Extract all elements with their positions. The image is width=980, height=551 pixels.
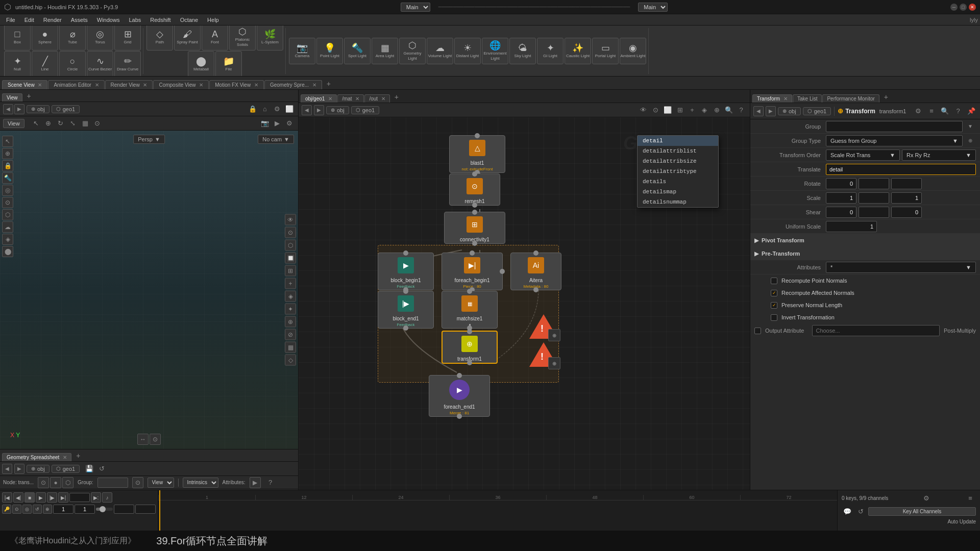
node-block-begin1[interactable]: ▶ block_begin1 Feedback [378,253,434,290]
ng-back-btn[interactable]: ◀ [302,105,312,115]
spreadsheet-tab-close[interactable]: ✕ [63,455,67,460]
tab-geometry-spreadsheet-bottom[interactable]: Geometry Spreadsheet ✕ [2,453,71,461]
output-attr-input[interactable] [812,325,940,336]
vp-tool-10[interactable]: ⊘ [285,329,296,340]
prop-rotate-x[interactable] [826,178,856,189]
ng-path-obj[interactable]: ⊕ obj [326,106,349,114]
sp-reload-btn[interactable]: ↺ [96,463,107,474]
ac-item-detailattribtype[interactable]: detailattribtype [638,166,718,177]
rp-help-icon[interactable]: ? [952,106,964,117]
tool-portal-light[interactable]: ▭Portal Light [592,38,619,64]
vp-tool-4[interactable]: 🔲 [285,253,296,264]
recompute-point-normals-checkbox[interactable] [771,278,777,284]
ng-tab-geo1-close[interactable]: ✕ [328,96,332,102]
node-connectivity1-output[interactable] [472,241,477,246]
snap-btn-2[interactable]: ⊙ [150,434,161,445]
menu-labs[interactable]: Labs [125,16,145,24]
tool-environment-light[interactable]: 🌐Environment Light [482,38,508,64]
rp-pin-icon[interactable]: 📌 [966,106,977,117]
vpl-tool-9[interactable]: ◈ [2,234,13,245]
node-block-end1-output[interactable] [403,325,408,331]
tl-slider-thumb[interactable] [100,506,106,512]
autocomplete-dropdown[interactable]: detail detailattriblist detailattribsize… [637,135,719,208]
node-connectivity1[interactable]: ⊞ connectivity1 [444,212,505,244]
tab-scene-view[interactable]: Scene View ✕ [2,80,47,89]
ac-item-detail[interactable]: detail [638,136,718,146]
viewport-move-tool[interactable]: ⊕ [43,118,54,129]
viewport-render-icon[interactable]: ▶ [272,118,283,129]
tl-misc1-btn[interactable]: ◎ [22,505,32,514]
viewport-settings-btn[interactable]: ⚙ [272,104,283,115]
viewport-frame-tool[interactable]: ▦ [80,118,91,129]
tab-animation-editor[interactable]: Animation Editor ✕ [48,80,104,89]
tool-path[interactable]: ◇Path [146,26,173,51]
group-input[interactable] [97,478,128,488]
tool-spray-paint[interactable]: 🖌Spray Paint [174,26,201,51]
node-aitera-input[interactable] [533,251,538,256]
close-button[interactable]: ✕ [969,4,976,11]
tl-end-btn[interactable]: ▶| [58,492,68,503]
tool-geometry-light[interactable]: ⬡Geometry Light [399,38,426,64]
tool-torus[interactable]: ◎Torus [87,26,113,51]
node-matchsize1-input[interactable] [467,289,472,294]
node-foreach-begin1-right[interactable] [500,269,505,274]
tl-settings-btn[interactable]: ⚙ [921,492,932,504]
rp-back-btn[interactable]: ◀ [753,106,764,116]
rp-tab-transform-close[interactable]: ✕ [783,96,788,102]
vp-tool-11[interactable]: ▦ [285,342,296,353]
ng-icon3[interactable]: ⬜ [662,105,673,116]
sp-node-btn2[interactable]: ● [50,477,61,488]
node-aitera-output[interactable] [533,287,538,292]
tl-start-btn[interactable]: |◀ [2,492,12,503]
ng-fwd-btn[interactable]: ▶ [314,105,324,115]
vpl-tool-2[interactable]: ⊕ [2,148,13,159]
menu-edit[interactable]: Edit [20,16,38,24]
tool-draw-curve[interactable]: ✏Draw Curve [114,51,141,77]
menu-octane[interactable]: Octane [176,16,202,24]
node-blast1[interactable]: △ blast1 not: extrudeFront [449,135,505,173]
tool-curve-bezier[interactable]: ∿Curve Bezier [87,51,113,77]
tl-realtime-btn[interactable]: ▶: [91,492,101,503]
ng-add-tab[interactable]: + [390,91,403,103]
ng-icon7[interactable]: ⊕ [711,105,722,116]
ng-tab-mat[interactable]: /mat ✕ [337,94,364,103]
tab-render-view-close[interactable]: ✕ [143,82,147,88]
key-all-channels-btn[interactable]: Key All Channels [868,507,976,516]
prop-rotate-order-dropdown[interactable]: Rx Ry Rz ▼ [902,149,976,161]
prop-scale-x[interactable] [826,192,856,204]
node-blast1-input[interactable] [475,133,480,138]
menu-assets[interactable]: Assets [67,16,92,24]
rp-search-icon[interactable]: 🔍 [939,106,950,117]
tab-animation-editor-close[interactable]: ✕ [95,82,99,88]
minimize-button[interactable]: ─ [950,4,958,11]
tab-geometry-spreadsheet[interactable]: Geometry Spre... ✕ [264,80,322,89]
tab-render-view[interactable]: Render View ✕ [105,80,153,89]
prop-scale-y[interactable] [859,192,889,204]
vp-tool-9[interactable]: ⊕ [285,316,296,328]
tool-circle[interactable]: ○Circle [59,51,86,77]
tool-spot-light[interactable]: 🔦Spot Light [344,38,371,64]
ac-item-detailsmap[interactable]: detailsmap [638,187,718,197]
node-connectivity1-input[interactable] [472,210,477,215]
prop-scale-z[interactable] [891,192,922,204]
vpl-tool-7[interactable]: ⬡ [2,209,13,220]
spreadsheet-add-tab[interactable]: + [72,450,84,461]
tool-volume-light[interactable]: ☁Volume Light [427,38,453,64]
tool-line[interactable]: ╱Line [32,51,58,77]
tl-misc2-btn[interactable]: ↺ [33,505,42,514]
prop-pre-transform-section[interactable]: ▶ Pre-Transform [750,247,980,260]
node-block-end1[interactable]: |▶ block_end1 Feedback [378,291,434,329]
viewport-add-tab[interactable]: + [23,90,35,102]
sp-fwd-btn[interactable]: ▶ [14,464,24,474]
ng-icon4[interactable]: ⊞ [674,105,685,116]
rp-add-tab[interactable]: + [880,91,892,103]
tool-null[interactable]: ✦Null [4,51,31,77]
tl-speech-btn[interactable]: 💬 [842,506,853,517]
tl-end-frame-display2[interactable]: 75 [135,505,156,514]
menu-render[interactable]: Render [39,16,66,24]
tl-step-back-btn[interactable]: ◀| [13,492,23,503]
tl-scope-btn[interactable]: ⊙ [12,505,21,514]
vpl-tool-8[interactable]: ☁ [2,221,13,233]
node-foreach-end1[interactable]: ▶ foreach_end1 Merge : 81 [429,375,490,417]
ng-icon1[interactable]: 👁 [638,105,649,116]
